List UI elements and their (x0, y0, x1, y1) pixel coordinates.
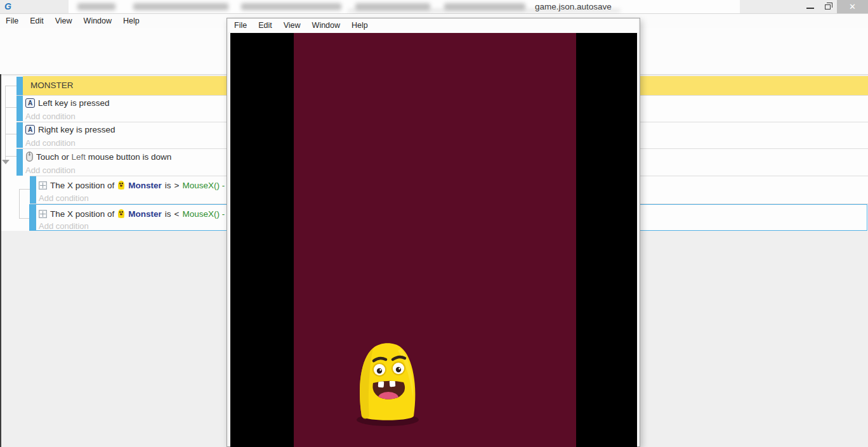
game-canvas (230, 33, 637, 447)
condition-text: Left key is pressed (38, 98, 110, 108)
condition-touch-mouse[interactable]: Touch or Left mouse button is down (26, 152, 171, 162)
preview-menu-help[interactable]: Help (346, 19, 374, 32)
title-blurred-region: game.json.autosave (69, 0, 740, 13)
menu-help[interactable]: Help (117, 14, 145, 28)
preview-menu-edit[interactable]: Edit (253, 19, 278, 32)
object-name: Monster (128, 209, 162, 219)
tree-line (19, 189, 20, 219)
condition-text: is (165, 181, 171, 190)
close-button[interactable]: ✕ (837, 0, 868, 13)
monster-thumbnail-icon (117, 209, 125, 219)
comment-text: MONSTER (30, 81, 74, 90)
tree-line (5, 107, 16, 108)
game-preview-window: File Edit View Window Help (227, 18, 640, 447)
event-highlight-bar (16, 122, 23, 148)
condition-text: Touch or (36, 152, 69, 162)
condition-param: Left (72, 152, 86, 162)
add-condition-link[interactable]: Add condition (25, 165, 76, 175)
blurred-text-block (133, 3, 228, 10)
gdevelop-logo-icon: G (4, 1, 15, 12)
tree-line (19, 218, 30, 219)
event-highlight-bar (30, 176, 36, 204)
operator: > (174, 181, 180, 190)
blurred-text-block (77, 3, 115, 10)
add-condition-link[interactable]: Add condition (39, 193, 89, 203)
condition-text: The X position of (50, 181, 114, 190)
position-icon (39, 181, 47, 190)
menu-edit[interactable]: Edit (24, 14, 49, 28)
add-condition-link[interactable]: Add condition (25, 138, 76, 148)
event-highlight-bar (16, 149, 23, 176)
condition-text: mouse button is down (88, 152, 171, 162)
keyboard-icon: A (25, 125, 35, 134)
add-condition-link[interactable]: Add condition (39, 221, 89, 231)
window-title: game.json.autosave (535, 2, 612, 11)
title-bar: G game.json.autosave ✕ (0, 0, 868, 14)
menu-window[interactable]: Window (78, 14, 117, 28)
tree-line (5, 86, 6, 160)
condition-xpos-less[interactable]: The X position of Monster is < MouseX() … (39, 209, 225, 219)
blurred-text-block (241, 3, 341, 10)
keyboard-icon: A (25, 98, 35, 108)
expression: MouseX() - (182, 209, 225, 219)
preview-menu-view[interactable]: View (278, 19, 306, 32)
tree-line (5, 86, 16, 86)
preview-menu-file[interactable]: File (228, 19, 253, 32)
position-icon (39, 210, 47, 218)
monster-sprite (356, 341, 419, 427)
event-highlight-bar (30, 205, 36, 231)
tree-line (5, 156, 16, 157)
menu-file[interactable]: File (0, 14, 24, 28)
menu-view[interactable]: View (49, 14, 78, 28)
condition-left-key[interactable]: A Left key is pressed (25, 98, 110, 108)
preview-menu-window[interactable]: Window (306, 19, 346, 32)
add-condition-link[interactable]: Add condition (25, 112, 76, 121)
restore-button[interactable] (820, 0, 837, 13)
monster-thumbnail-icon (117, 180, 125, 190)
preview-menu-bar: File Edit View Window Help (228, 19, 638, 32)
game-stage (294, 33, 576, 447)
condition-text: The X position of (50, 209, 114, 219)
event-highlight-bar (16, 77, 23, 95)
tree-line (19, 189, 30, 190)
condition-right-key[interactable]: A Right key is pressed (25, 125, 115, 134)
tree-line (5, 134, 16, 134)
condition-text: is (165, 209, 171, 219)
mouse-icon (26, 152, 33, 162)
condition-text: Right key is pressed (38, 125, 115, 134)
object-name: Monster (128, 181, 162, 190)
operator: < (174, 209, 180, 219)
condition-xpos-greater[interactable]: The X position of Monster is > MouseX() … (39, 180, 225, 190)
minimize-icon (806, 8, 814, 9)
collapse-expander-icon[interactable] (2, 160, 10, 164)
event-highlight-bar (16, 96, 23, 121)
expression: MouseX() - (182, 181, 225, 190)
minimize-button[interactable] (800, 0, 820, 13)
